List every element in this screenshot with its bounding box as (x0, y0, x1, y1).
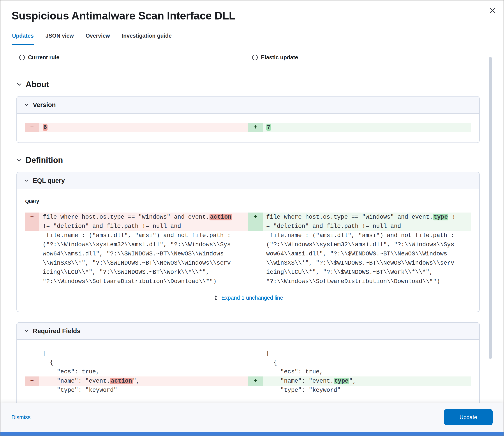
rule-upgrade-flyout: Suspicious Antimalware Scan Interface DL… (0, 0, 504, 436)
required-fields-accordion-header[interactable]: Required Fields (17, 323, 479, 340)
version-panel: Version −6 +7 (16, 96, 480, 143)
query-label: Query (25, 199, 471, 204)
diff-line-ctx: icing\\LCU\\*", "?:\\$WINDOWS.~BT\\Work\… (248, 268, 471, 277)
updates-tab-content: Current rule Elastic update About Ver (0, 54, 504, 406)
current-rule-header: Current rule (16, 54, 247, 61)
version-panel-body: −6 +7 (17, 114, 479, 143)
diff-line-add: +7 (248, 123, 471, 132)
diff-line-ctx: { (25, 358, 248, 367)
version-diff: −6 +7 (25, 123, 471, 132)
about-section-title: About (26, 80, 49, 89)
diff-line-add: + "name": "event.type", (248, 376, 471, 386)
section-about: About (16, 80, 480, 89)
expand-unchanged-label: Expand 1 unchanged line (221, 295, 283, 301)
diff-line-ctx: [ (25, 349, 248, 358)
version-panel-title: Version (33, 101, 56, 109)
diff-line-add: +file where host.os.type == "windows" an… (248, 213, 471, 222)
expand-icon (213, 295, 219, 301)
eql-panel-body: Query −file where host.os.type == "windo… (17, 189, 479, 312)
diff-line-ctx: \\WinSXS\\*", "?:\\$WINDOWS.~BT\\NewOS\\… (25, 258, 248, 268)
expand-unchanged-button[interactable]: Expand 1 unchanged line (212, 294, 284, 301)
diff-columns-header: Current rule Elastic update (16, 54, 480, 61)
elastic-update-label: Elastic update (261, 54, 298, 61)
tab-bar: Updates JSON view Overview Investigation… (0, 33, 504, 45)
bottom-strip (0, 432, 504, 436)
required-fields-panel-body: [ { "ecs": true,− "name": "event.action"… (17, 340, 479, 405)
eql-panel-title: EQL query (33, 177, 65, 184)
eql-diff: −file where host.os.type == "windows" an… (25, 213, 471, 286)
required-fields-diff-current: [ { "ecs": true,− "name": "event.action"… (25, 349, 248, 395)
diff-line-ctx: "type": "keyword" (25, 386, 248, 395)
diff-line-ctx: ("?:\\Windows\\system32\\amsi.dll", "?:\… (25, 240, 248, 249)
chevron-down-icon (24, 102, 29, 107)
info-icon[interactable] (252, 54, 258, 60)
chevron-down-icon (24, 178, 29, 183)
update-button[interactable]: Update (444, 409, 493, 425)
required-fields-diff: [ { "ecs": true,− "name": "event.action"… (25, 349, 471, 395)
tab-updates[interactable]: Updates (12, 33, 34, 45)
tab-json-view[interactable]: JSON view (45, 33, 74, 45)
elastic-update-header: Elastic update (247, 54, 480, 61)
eql-diff-update: +file where host.os.type == "windows" an… (248, 213, 471, 286)
required-fields-panel: Required Fields [ { "ecs": true,− "name"… (16, 322, 480, 406)
flyout-footer: Dismiss Update (0, 403, 504, 432)
scrollbar-thumb[interactable] (489, 57, 492, 359)
current-rule-label: Current rule (28, 54, 59, 61)
required-fields-diff-update: [ { "ecs": true,+ "name": "event.type", … (248, 349, 471, 395)
eql-query-panel: EQL query Query −file where host.os.type… (16, 172, 480, 312)
diff-line-ctx: ("?:\\Windows\\system32\\amsi.dll", "?:\… (248, 240, 471, 249)
diff-line-ctx: "?:\\Windows\\SoftwareDistribution\\Down… (248, 277, 471, 286)
required-fields-panel-title: Required Fields (33, 327, 81, 335)
diff-line-ctx: wow64\\amsi.dll", "?:\\$WINDOWS.~BT\\New… (248, 249, 471, 258)
tab-overview[interactable]: Overview (85, 33, 110, 45)
diff-line-del: −6 (25, 123, 248, 132)
diff-line-ctx: file.name : ("amsi.dll", "amsi") and not… (248, 231, 471, 240)
tab-investigation-guide[interactable]: Investigation guide (121, 33, 172, 45)
diff-line-del: − "name": "event.action", (25, 376, 248, 386)
diff-line-ctx: file.name : ("amsi.dll", "amsi") and not… (25, 231, 248, 240)
diff-line-add: = "deletion" and file.path != null and (248, 222, 471, 231)
eql-accordion-header[interactable]: EQL query (17, 172, 479, 189)
version-diff-current: −6 (25, 123, 248, 132)
diff-line-ctx: "?:\\Windows\\SoftwareDistribution\\Down… (25, 277, 248, 286)
chevron-down-icon[interactable] (16, 157, 22, 163)
diff-line-del: != "deletion" and file.path != null and (25, 222, 248, 231)
diff-line-ctx: "ecs": true, (248, 367, 471, 376)
dismiss-button[interactable]: Dismiss (11, 414, 31, 420)
diff-line-ctx: "type": "keyword" (248, 386, 471, 395)
diff-line-del: −file where host.os.type == "windows" an… (25, 213, 248, 222)
version-accordion-header[interactable]: Version (17, 97, 479, 114)
info-icon[interactable] (19, 54, 25, 60)
version-diff-update: +7 (248, 123, 471, 132)
close-icon[interactable] (487, 5, 498, 16)
diff-line-ctx: { (248, 358, 471, 367)
chevron-down-icon[interactable] (16, 82, 22, 87)
diff-line-ctx: \\WinSXS\\*", "?:\\$WINDOWS.~BT\\NewOS\\… (248, 258, 471, 268)
diff-line-ctx: wow64\\amsi.dll", "?:\\$WINDOWS.~BT\\New… (25, 249, 248, 258)
section-definition: Definition (16, 156, 480, 165)
diff-line-ctx: icing\\LCU\\*", "?:\\$WINDOWS.~BT\\Work\… (25, 268, 248, 277)
diff-line-ctx: [ (248, 349, 471, 358)
chevron-down-icon (24, 328, 29, 333)
header-divider (16, 67, 480, 67)
definition-section-title: Definition (26, 156, 63, 165)
diff-line-ctx: "ecs": true, (25, 367, 248, 376)
eql-diff-current: −file where host.os.type == "windows" an… (25, 213, 248, 286)
page-title: Suspicious Antimalware Scan Interface DL… (0, 0, 504, 23)
